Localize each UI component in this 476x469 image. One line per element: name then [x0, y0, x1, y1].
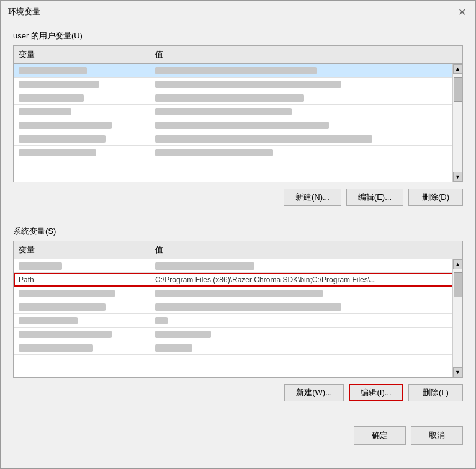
user-row-val: [150, 65, 462, 76]
table-row[interactable]: [14, 105, 462, 118]
user-col-val-header: 值: [150, 48, 462, 61]
system-table-scrollbar[interactable]: ▲ ▼: [452, 259, 462, 377]
user-edit-button[interactable]: 编辑(E)...: [346, 189, 403, 206]
sys-row-var: [14, 342, 150, 354]
table-row[interactable]: [14, 341, 462, 355]
dialog-content: user 的用户变量(U) 变量 值: [1, 22, 475, 420]
table-row[interactable]: [14, 132, 462, 146]
user-row-var: [14, 65, 150, 76]
sys-row-val: [150, 342, 462, 354]
sys-row-var: [14, 302, 150, 313]
scrollbar-thumb[interactable]: [454, 77, 462, 102]
path-row[interactable]: Path C:\Program Files (x86)\Razer Chroma…: [14, 273, 462, 287]
system-table-body: Path C:\Program Files (x86)\Razer Chroma…: [14, 259, 462, 377]
user-table-scrollbar[interactable]: ▲ ▼: [452, 64, 462, 182]
table-row[interactable]: [14, 64, 462, 78]
system-col-val-header: 值: [150, 243, 462, 257]
user-row-var: [14, 106, 150, 117]
table-row[interactable]: [14, 287, 462, 300]
scrollbar-thumb[interactable]: [454, 272, 462, 297]
scrollbar-track[interactable]: [453, 74, 462, 172]
section-divider: [13, 216, 463, 226]
table-row[interactable]: [14, 78, 462, 91]
environment-variables-dialog: 环境变量 ✕ user 的用户变量(U) 变量 值: [0, 0, 476, 469]
system-buttons-row: 新建(W)... 编辑(I)... 删除(L): [13, 384, 463, 401]
table-row[interactable]: [14, 91, 462, 105]
user-row-val: [150, 133, 462, 145]
user-table-body: ▲ ▼: [14, 64, 462, 182]
scroll-down-arrow[interactable]: ▼: [453, 367, 463, 377]
sys-row-var: [14, 315, 150, 326]
sys-row-var: [14, 329, 150, 340]
user-row-val: [150, 147, 462, 158]
table-row[interactable]: [14, 328, 462, 341]
path-val-cell: C:\Program Files (x86)\Razer Chroma SDK\…: [150, 274, 462, 285]
user-row-val: [150, 120, 462, 131]
system-edit-button[interactable]: 编辑(I)...: [349, 384, 403, 401]
scrollbar-track[interactable]: [453, 269, 462, 367]
user-row-var: [14, 79, 150, 90]
sys-row-var: [14, 288, 150, 299]
table-row[interactable]: [14, 259, 462, 273]
system-delete-button[interactable]: 删除(L): [408, 384, 463, 401]
ok-button[interactable]: 确定: [354, 426, 406, 445]
user-row-var: [14, 133, 150, 145]
sys-row-val: [150, 302, 462, 313]
sys-row-val: [150, 315, 462, 326]
sys-row-val: [150, 261, 462, 272]
scroll-up-arrow[interactable]: ▲: [453, 259, 463, 269]
close-icon[interactable]: ✕: [456, 6, 468, 18]
user-row-var: [14, 147, 150, 158]
system-section-label: 系统变量(S): [13, 226, 463, 237]
system-table-header: 变量 值: [14, 241, 462, 259]
sys-row-var: [14, 261, 150, 272]
table-row[interactable]: [14, 300, 462, 314]
user-row-var: [14, 120, 150, 131]
sys-row-val: [150, 329, 462, 340]
table-row[interactable]: [14, 118, 462, 132]
user-variables-table: 变量 值: [13, 45, 463, 182]
table-row[interactable]: [14, 314, 462, 328]
scroll-up-arrow[interactable]: ▲: [453, 64, 463, 74]
system-col-var-header: 变量: [14, 243, 150, 257]
title-bar: 环境变量 ✕: [1, 1, 475, 22]
table-row[interactable]: [14, 146, 462, 159]
path-var-cell: Path: [14, 274, 150, 285]
cancel-button[interactable]: 取消: [411, 426, 463, 445]
footer-buttons: 确定 取消: [1, 420, 475, 451]
user-delete-button[interactable]: 删除(D): [408, 189, 463, 206]
user-buttons-row: 新建(N)... 编辑(E)... 删除(D): [13, 189, 463, 206]
sys-row-val: [150, 288, 462, 299]
user-table-header: 变量 值: [14, 46, 462, 64]
user-row-val: [150, 106, 462, 117]
user-row-val: [150, 79, 462, 90]
dialog-title: 环境变量: [8, 6, 40, 17]
user-new-button[interactable]: 新建(N)...: [284, 189, 341, 206]
user-col-var-header: 变量: [14, 48, 150, 61]
system-variables-table: 变量 值 Path C:\Program Files (x86)\Razer C…: [13, 241, 463, 378]
user-row-val: [150, 92, 462, 104]
system-new-button[interactable]: 新建(W)...: [284, 384, 344, 401]
user-row-var: [14, 92, 150, 104]
user-section-label: user 的用户变量(U): [13, 30, 463, 42]
scroll-down-arrow[interactable]: ▼: [453, 172, 463, 182]
